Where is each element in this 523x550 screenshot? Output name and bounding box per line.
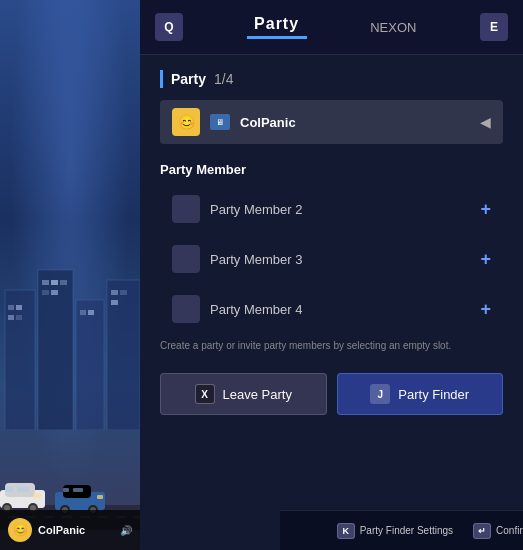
confirm-label: Confirm <box>496 525 523 536</box>
svg-rect-4 <box>16 315 22 320</box>
settings-key-badge: K <box>337 523 355 539</box>
member-add-icon-2: + <box>480 199 491 220</box>
svg-rect-37 <box>73 488 83 492</box>
party-count: 1/4 <box>214 71 233 87</box>
finder-label: Party Finder <box>398 387 469 402</box>
hint-text: Create a party or invite party members b… <box>160 339 503 353</box>
main-panel: Q Party NEXON E Party 1/4 😊 🖥 ColPanic ◀… <box>140 0 523 550</box>
svg-rect-17 <box>111 300 118 305</box>
svg-rect-36 <box>63 488 69 492</box>
member-name-2: Party Member 2 <box>210 202 470 217</box>
svg-rect-11 <box>76 300 104 430</box>
party-header: Party 1/4 <box>160 70 503 88</box>
svg-rect-35 <box>97 495 103 499</box>
speaker-icon: 🔊 <box>120 525 132 536</box>
member-name-4: Party Member 4 <box>210 302 470 317</box>
host-row: 😊 🖥 ColPanic ◀ <box>160 100 503 144</box>
party-member-slot-3[interactable]: Party Member 3 + <box>160 237 503 281</box>
game-scene-panel: 😊 ColPanic 🔊 <box>0 0 140 550</box>
svg-rect-0 <box>5 290 35 430</box>
svg-rect-8 <box>60 280 67 285</box>
svg-rect-27 <box>5 487 13 492</box>
svg-rect-2 <box>16 305 22 310</box>
nav-bar: Q Party NEXON E <box>140 0 523 55</box>
party-section-title: Party <box>171 71 206 87</box>
leave-party-button[interactable]: X Leave Party <box>160 373 327 415</box>
finder-key-badge: J <box>370 384 390 404</box>
nav-e-button[interactable]: E <box>480 13 508 41</box>
party-header-accent <box>160 70 163 88</box>
member-avatar-3 <box>172 245 200 273</box>
member-avatar-4 <box>172 295 200 323</box>
svg-rect-28 <box>17 487 29 492</box>
svg-rect-10 <box>51 290 58 295</box>
host-avatar-emoji: 😊 <box>172 108 200 136</box>
player-info-bar: 😊 ColPanic 🔊 <box>0 510 140 550</box>
host-name: ColPanic <box>240 115 470 130</box>
svg-rect-15 <box>111 290 118 295</box>
member-name-3: Party Member 3 <box>210 252 470 267</box>
content-area: Party 1/4 😊 🖥 ColPanic ◀ Party Member Pa… <box>140 55 523 430</box>
nav-q-button[interactable]: Q <box>155 13 183 41</box>
nav-nexon-label: NEXON <box>370 20 416 35</box>
nav-center: Party <box>247 15 307 39</box>
buildings-decoration <box>0 230 140 430</box>
leave-key-badge: X <box>195 384 215 404</box>
host-monitor-icon: 🖥 <box>210 114 230 130</box>
svg-rect-9 <box>42 290 49 295</box>
svg-rect-7 <box>51 280 58 285</box>
party-finder-settings-item[interactable]: K Party Finder Settings <box>337 523 453 539</box>
party-finder-button[interactable]: J Party Finder <box>337 373 504 415</box>
party-member-slot-2[interactable]: Party Member 2 + <box>160 187 503 231</box>
leave-label: Leave Party <box>223 387 292 402</box>
nav-underline <box>247 36 307 39</box>
member-add-icon-4: + <box>480 299 491 320</box>
svg-rect-13 <box>88 310 94 315</box>
host-arrow-icon: ◀ <box>480 114 491 130</box>
svg-rect-26 <box>33 493 41 498</box>
action-buttons: X Leave Party J Party Finder <box>160 373 503 415</box>
svg-rect-1 <box>8 305 14 310</box>
svg-rect-3 <box>8 315 14 320</box>
member-add-icon-3: + <box>480 249 491 270</box>
confirm-key-badge: ↵ <box>473 523 491 539</box>
nav-title: Party <box>254 15 299 33</box>
confirm-item[interactable]: ↵ Confirm <box>473 523 523 539</box>
svg-rect-16 <box>120 290 127 295</box>
svg-rect-6 <box>42 280 49 285</box>
member-avatar-2 <box>172 195 200 223</box>
player-name: ColPanic <box>38 524 114 536</box>
bottom-bar: K Party Finder Settings ↵ Confirm ESC Ba… <box>280 510 523 550</box>
section-title: Party Member <box>160 162 503 177</box>
party-member-slot-4[interactable]: Party Member 4 + <box>160 287 503 331</box>
settings-label: Party Finder Settings <box>360 525 453 536</box>
svg-rect-12 <box>80 310 86 315</box>
avatar: 😊 <box>8 518 32 542</box>
